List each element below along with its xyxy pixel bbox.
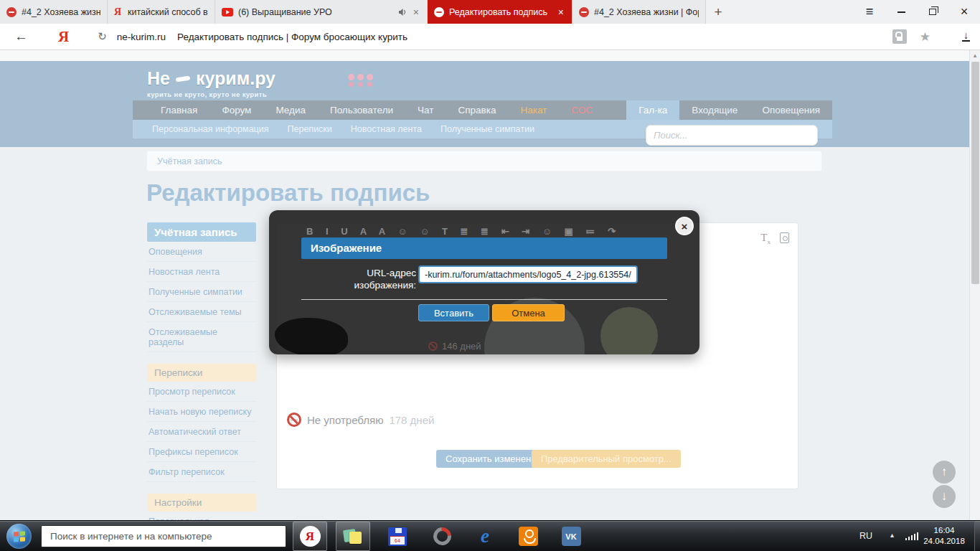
nav-item-home[interactable]: Главная xyxy=(149,100,209,120)
preview-button[interactable]: Предварительный просмотр... xyxy=(532,450,681,468)
site-header: Не курим.ру курить не круто, круто не ку… xyxy=(133,61,832,147)
address-bar-actions: ★ ↓ xyxy=(892,29,970,44)
nav-item-help[interactable]: Справка xyxy=(446,100,508,120)
restore-button[interactable] xyxy=(917,0,948,24)
tab-youtube[interactable]: (6) Выращивание УРО × xyxy=(215,0,428,24)
sidebar-item-view-conversations[interactable]: Просмотр переписок xyxy=(147,382,256,402)
sidebar-item-conversation-prefixes[interactable]: Префиксы переписок xyxy=(147,442,256,462)
sidebar-item-auto-response[interactable]: Автоматический ответ xyxy=(147,422,256,442)
youtube-favicon xyxy=(222,8,233,17)
taskbar-odnoklassniki[interactable] xyxy=(511,522,545,551)
scrollbar-up-arrow[interactable]: ▴ xyxy=(970,52,980,59)
user-tab-galka[interactable]: Гал-ка xyxy=(626,100,679,120)
taskbar-search-box xyxy=(41,525,286,547)
taskbar-utility-app[interactable] xyxy=(425,522,459,551)
nav-item-sos[interactable]: СОС xyxy=(559,100,605,120)
logo-bird-icon xyxy=(176,75,191,82)
nav-item-forum[interactable]: Форум xyxy=(209,100,263,120)
taskbar-search-input[interactable] xyxy=(50,531,277,542)
windows-logo-icon xyxy=(14,531,25,542)
network-signal-icon[interactable] xyxy=(905,532,919,540)
download-icon[interactable]: ↓ xyxy=(962,32,970,42)
remove-formatting-icon[interactable]: Tx xyxy=(760,232,771,245)
tab-title: (6) Выращивание УРО xyxy=(238,7,393,17)
subnav-conversations[interactable]: Переписки xyxy=(278,120,341,138)
sidebar-item-start-conversation[interactable]: Начать новую переписку xyxy=(147,402,256,422)
nav-item-media[interactable]: Медиа xyxy=(263,100,318,120)
image-url-label: URL-адрес изображения: xyxy=(298,267,416,291)
new-tab-button[interactable]: + xyxy=(706,0,730,24)
logo-flowers-decor xyxy=(348,74,373,80)
sidebar-item-watched-forums[interactable]: Отслеживаемые разделы xyxy=(147,322,256,352)
sidebar-item-alerts[interactable]: Оповещения xyxy=(147,242,256,262)
nav-item-alerts[interactable]: Оповещения xyxy=(750,100,832,120)
main-nav: Главная Форум Медиа Пользователи Чат Спр… xyxy=(133,100,832,120)
security-lock-icon[interactable] xyxy=(892,29,907,44)
subnav-news-feed[interactable]: Новостная лента xyxy=(341,120,431,138)
logo-tagline: курить не круто, круто не курить xyxy=(147,90,275,98)
dialog-close-button[interactable]: × xyxy=(675,217,694,235)
image-url-input[interactable] xyxy=(418,265,638,283)
sidebar-header-settings: Настройки xyxy=(147,494,256,512)
tab-yandex-search[interactable]: Я китайский способ выращи xyxy=(108,0,215,24)
language-indicator[interactable]: RU xyxy=(859,531,872,541)
minimize-button[interactable] xyxy=(885,0,917,24)
breadcrumb[interactable]: Учётная запись xyxy=(147,156,222,166)
speaker-icon[interactable] xyxy=(398,8,407,17)
nav-item-users[interactable]: Пользователи xyxy=(318,100,405,120)
scroll-to-bottom-button[interactable]: ↓ xyxy=(933,485,956,508)
taskbar-vkontakte[interactable]: VK xyxy=(554,522,588,551)
sidebar-item-watched-threads[interactable]: Отслеживаемые темы xyxy=(147,302,256,322)
site-search-box xyxy=(646,125,818,146)
sidebar-item-news-feed[interactable]: Новостная лента xyxy=(147,262,256,282)
cancel-button[interactable]: Отмена xyxy=(492,304,565,321)
taskbar-internet-explorer[interactable]: e xyxy=(468,522,502,551)
sidebar-item-likes[interactable]: Полученные симпатии xyxy=(147,282,256,302)
taskbar-save-app[interactable]: 64 xyxy=(380,522,415,551)
sidebar-header-conversations: Переписки xyxy=(147,364,256,382)
tab-close-icon[interactable]: × xyxy=(557,6,565,18)
scroll-to-top-button[interactable]: ↑ xyxy=(933,461,956,484)
sticky-notes-icon xyxy=(344,528,362,545)
refresh-icon[interactable]: ↻ xyxy=(98,30,107,43)
nav-item-chat[interactable]: Чат xyxy=(405,100,446,120)
tab-close-icon[interactable]: × xyxy=(412,6,420,18)
sidebar-item-conversation-filter[interactable]: Фильтр переписок xyxy=(147,462,256,482)
subnav-personal-info[interactable]: Персональная информация xyxy=(143,120,278,138)
tray-date: 24.04.2018 xyxy=(918,536,970,547)
scrollbar-thumb[interactable] xyxy=(971,62,979,284)
sidebar-item-personal-info[interactable]: Персональная информация xyxy=(147,512,256,520)
subnav-likes[interactable]: Полученные симпатии xyxy=(431,120,544,138)
taskbar-sticky-notes[interactable] xyxy=(336,522,370,551)
breadcrumb-box: Учётная запись xyxy=(147,151,821,171)
insert-button[interactable]: Вставить xyxy=(418,304,489,321)
dimmed-days-counter: 146 дней xyxy=(428,341,481,352)
browser-address-bar: ← Я ↻ ne-kurim.ru Редактировать подпись … xyxy=(0,24,980,50)
start-button[interactable] xyxy=(6,524,32,549)
back-button[interactable]: ← xyxy=(14,29,28,44)
bookmark-star-icon[interactable]: ★ xyxy=(920,29,930,44)
ring-chart-icon xyxy=(429,524,454,549)
yandex-logo[interactable]: Я xyxy=(58,28,69,46)
site-logo[interactable]: Не курим.ру курить не круто, круто не ку… xyxy=(147,68,275,98)
tab-forum-page-1[interactable]: #4_2 Хозяева жизни | Стран xyxy=(0,0,108,24)
no-smoking-icon xyxy=(428,342,438,351)
browser-tab-bar: #4_2 Хозяева жизни | Стран Я китайский с… xyxy=(0,0,980,24)
bbcode-editor-icon[interactable] xyxy=(780,232,789,243)
tray-expand-icon[interactable]: ▴ xyxy=(890,531,894,539)
show-desktop-button[interactable] xyxy=(974,521,980,551)
taskbar-clock[interactable]: 16:04 24.04.2018 xyxy=(918,525,970,547)
taskbar-yandex-browser[interactable]: Я xyxy=(293,522,327,551)
dialog-divider xyxy=(301,299,667,300)
site-search-input[interactable] xyxy=(654,130,810,141)
close-window-button[interactable]: × xyxy=(948,0,980,24)
nav-item-inbox[interactable]: Входящие xyxy=(679,100,750,120)
tab-forum-page-2[interactable]: #4_2 Хозяева жизни | Фору xyxy=(573,0,706,24)
vk-icon: VK xyxy=(562,527,581,546)
url-page-title[interactable]: Редактировать подпись | Форум бросающих … xyxy=(177,32,407,42)
browser-menu-button[interactable]: ≡ xyxy=(854,0,885,24)
url-domain[interactable]: ne-kurim.ru xyxy=(117,32,166,42)
tab-edit-signature-active[interactable]: Редактировать подпись × xyxy=(428,0,573,24)
page-scrollbar[interactable]: ▴ xyxy=(969,50,980,520)
nav-item-nakat[interactable]: Накат xyxy=(508,100,559,120)
